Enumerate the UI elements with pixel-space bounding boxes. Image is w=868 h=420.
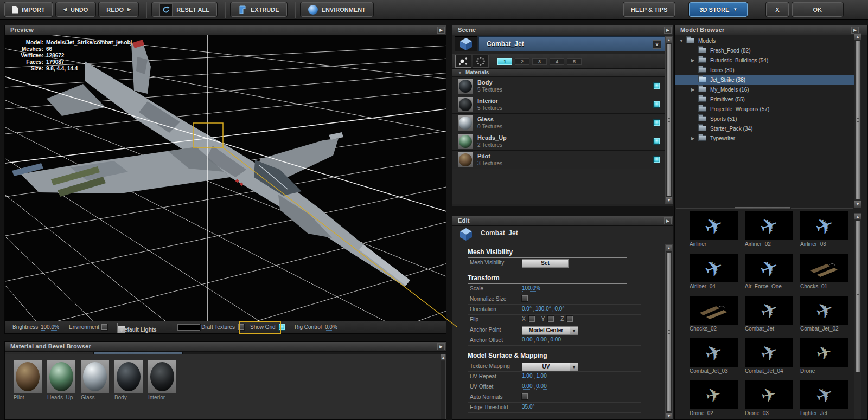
thumbnails-scrollbar[interactable]: ▲: [854, 213, 861, 419]
model-thumbnail-fighter-jet[interactable]: ✈Fighter_Jet: [800, 380, 848, 416]
material-visibility-checkbox[interactable]: [654, 83, 660, 89]
tree-item-icons-30[interactable]: Icons (30): [675, 65, 854, 75]
value-link[interactable]: 0.0°: [522, 306, 532, 312]
panel-collapse-arrow-icon[interactable]: ▶: [664, 217, 672, 224]
model-thumbnail-combat-jet[interactable]: ✈Combat_Jet: [745, 296, 793, 332]
rig-control-value-link[interactable]: 0.0%: [325, 324, 337, 331]
material-visibility-checkbox[interactable]: [654, 138, 660, 144]
model-thumbnail-chocks-01[interactable]: Chocks_01: [800, 254, 848, 289]
material-tile-body[interactable]: Body: [114, 360, 143, 419]
panel-collapse-arrow-icon[interactable]: ▶: [664, 27, 672, 34]
scroll-down-button[interactable]: ▼: [666, 412, 672, 419]
tree-scrollbar[interactable]: ▲ ▼: [854, 33, 861, 208]
model-thumbnail-drone-02[interactable]: ✈Drone_02: [690, 380, 738, 416]
background-color-swatch[interactable]: [177, 324, 200, 331]
remove-item-button[interactable]: x: [653, 40, 661, 49]
material-tile-pilot[interactable]: Pilot: [14, 360, 42, 419]
tree-item-typewriter[interactable]: ▶Typewriter: [675, 133, 854, 143]
panel-collapse-arrow-icon[interactable]: ▶: [437, 343, 445, 350]
brightness-value-link[interactable]: 100.0%: [41, 324, 59, 331]
show-grid-checkbox[interactable]: [279, 324, 285, 330]
scroll-down-button[interactable]: ▼: [666, 197, 672, 203]
tree-item-jet-strike-38[interactable]: Jet_Strike (38): [675, 75, 854, 85]
value-link[interactable]: 35.0°: [522, 404, 534, 410]
model-thumbnail-airliner-04[interactable]: ✈Airliner_04: [690, 254, 738, 289]
value-link[interactable]: 0.0°: [555, 306, 565, 312]
scroll-up-button[interactable]: ▲: [441, 354, 445, 361]
panel-collapse-arrow-icon[interactable]: ▶: [437, 27, 445, 34]
model-thumbnail-drone-03[interactable]: ✈Drone_03: [745, 380, 793, 416]
expander-icon[interactable]: ▶: [691, 136, 698, 141]
value-link[interactable]: 1.00: [522, 373, 532, 379]
model-thumbnail-combat-jet-04[interactable]: ✈Combat_Jet_04: [745, 338, 793, 374]
value-link[interactable]: 1.00: [536, 373, 546, 379]
model-thumbnail-drone[interactable]: ✈Drone: [800, 338, 848, 374]
model-thumbnail-air-force-one[interactable]: ✈Air_Force_One: [745, 254, 793, 289]
material-visibility-checkbox[interactable]: [654, 101, 660, 107]
value-link[interactable]: 0.00: [522, 337, 532, 343]
anchor-point-dropdown[interactable]: Model Center▼: [522, 326, 578, 335]
resize-handle[interactable]: [735, 206, 791, 209]
model-thumbnail-chocks-02[interactable]: Chocks_02: [690, 296, 738, 332]
tree-item-my-models-16[interactable]: ▶My_Models (16): [675, 85, 854, 94]
3d-store-button[interactable]: 3D STORE ▼: [689, 2, 748, 17]
reset-all-button[interactable]: RESET ALL: [152, 2, 217, 17]
tree-item-futuristic-buildings-54[interactable]: ▶Futuristic_Buildings (54): [675, 55, 854, 65]
undo-button[interactable]: ◀ UNDO: [56, 2, 96, 17]
redo-button[interactable]: REDO ▶: [99, 2, 138, 17]
mesh-group-button-4[interactable]: 4: [550, 58, 564, 65]
normalize-size-checkbox[interactable]: [522, 295, 528, 301]
material-tile-interior[interactable]: Interior: [148, 360, 176, 419]
flip-x-checkbox[interactable]: [529, 316, 535, 322]
scene-material-row-heads-up[interactable]: Heads_Up2 Textures: [452, 132, 665, 151]
expander-icon[interactable]: ▼: [679, 38, 686, 43]
model-thumbnail-combat-jet-03[interactable]: ✈Combat_Jet_03: [690, 338, 738, 374]
scroll-up-button[interactable]: ▲: [854, 34, 861, 40]
scrollbar-thumb[interactable]: [666, 252, 672, 412]
environment-button[interactable]: ENVIRONMENT: [301, 2, 373, 17]
replicator-dotted-circle-button[interactable]: [473, 55, 489, 68]
draft-textures-checkbox[interactable]: [238, 324, 244, 330]
auto-normals-checkbox[interactable]: [522, 393, 528, 399]
tree-item-models[interactable]: ▼Models: [675, 36, 854, 46]
tree-item-sports-51[interactable]: Sports (51): [675, 114, 854, 124]
model-thumbnail-airliner[interactable]: ✈Airliner: [690, 211, 738, 247]
mesh-group-button-1[interactable]: 1: [497, 58, 512, 65]
preview-viewport[interactable]: Model:Models/Jet_Strike/combat_jet.obj M…: [5, 35, 446, 321]
value-link[interactable]: 0.00: [522, 383, 532, 390]
set-button[interactable]: Set: [522, 259, 569, 268]
ok-button[interactable]: OK: [792, 2, 844, 17]
close-window-button[interactable]: X: [766, 2, 788, 17]
material-browser-scrollbar[interactable]: ▲: [441, 354, 446, 419]
material-tile-heads-up[interactable]: Heads_Up: [47, 360, 75, 419]
model-thumbnail-airliner-02[interactable]: ✈Airliner_02: [745, 211, 793, 247]
scene-item-combat-jet[interactable]: Combat_Jet x: [478, 36, 665, 51]
value-link[interactable]: 0.00: [536, 337, 546, 343]
model-thumbnail-airliner-03[interactable]: ✈Airliner_03: [800, 211, 848, 247]
material-visibility-checkbox[interactable]: [654, 157, 660, 163]
scene-material-row-body[interactable]: Body5 Textures: [452, 77, 665, 95]
material-tile-glass[interactable]: Glass: [81, 360, 109, 419]
scroll-up-button[interactable]: ▲: [666, 245, 672, 251]
scrollbar-thumb[interactable]: [855, 41, 860, 200]
scroll-down-button[interactable]: ▼: [854, 201, 861, 207]
expander-icon[interactable]: ▶: [691, 87, 698, 92]
mesh-group-button-2[interactable]: 2: [515, 58, 529, 65]
import-button[interactable]: IMPORT: [4, 2, 53, 17]
model-thumbnail-combat-jet-02[interactable]: ✈Combat_Jet_02: [800, 296, 848, 332]
flip-y-checkbox[interactable]: [548, 316, 554, 322]
environment-checkbox[interactable]: [101, 324, 107, 330]
material-visibility-checkbox[interactable]: [654, 120, 660, 126]
scene-material-row-pilot[interactable]: Pilot3 Textures: [452, 151, 665, 169]
value-link[interactable]: 0.00: [551, 337, 561, 343]
value-link[interactable]: 0.00: [536, 383, 546, 390]
scroll-up-button[interactable]: ▲: [854, 214, 861, 220]
extrude-button[interactable]: EXTRUDE: [231, 2, 287, 17]
tree-item-primitives-55[interactable]: Primitives (55): [675, 94, 854, 104]
materials-section-header[interactable]: ▼Materials: [452, 69, 673, 77]
scroll-up-button[interactable]: ▲: [666, 37, 672, 43]
lights-dropdown[interactable]: Default Lights▼: [117, 323, 118, 332]
expander-icon[interactable]: ▶: [691, 58, 698, 63]
mesh-group-button-3[interactable]: 3: [532, 58, 547, 65]
mesh-group-button-5[interactable]: 5: [567, 58, 582, 65]
